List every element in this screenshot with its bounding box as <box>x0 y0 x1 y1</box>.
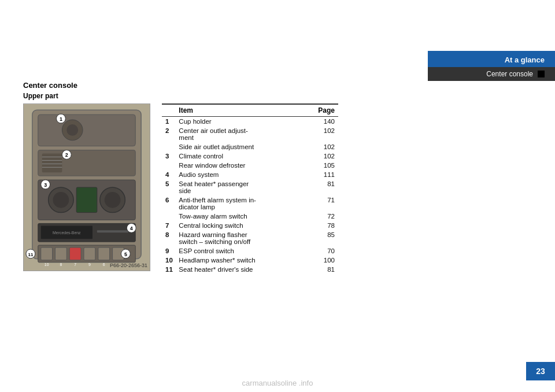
row-number: 2 <box>162 126 175 142</box>
svg-text:Mercedes-Benz: Mercedes-Benz <box>53 231 81 235</box>
svg-text:10: 10 <box>45 262 49 267</box>
row-number <box>162 142 175 151</box>
row-item: ESP control switch <box>175 246 312 256</box>
row-item: Seat heater* driver's side <box>175 265 312 274</box>
table-row: 5Seat heater* passengerside81 <box>162 179 338 195</box>
svg-text:3: 3 <box>44 182 47 188</box>
row-page: 102 <box>312 126 338 142</box>
row-number: 6 <box>162 195 175 212</box>
row-number: 8 <box>162 230 175 246</box>
row-page: 81 <box>312 179 338 195</box>
row-item: Cup holder <box>175 117 312 127</box>
console-image: 1 2 <box>23 103 150 271</box>
table-row: 3Climate control102 <box>162 151 338 161</box>
row-item: Seat heater* passengerside <box>175 179 312 195</box>
row-number: 4 <box>162 170 175 179</box>
row-number: 7 <box>162 221 175 230</box>
row-number: 3 <box>162 151 175 161</box>
row-page: 81 <box>312 265 338 274</box>
page-number: 23 <box>526 362 555 380</box>
svg-text:8: 8 <box>60 262 62 267</box>
table-row: 10Headlamp washer* switch100 <box>162 256 338 265</box>
row-item: Audio system <box>175 170 312 179</box>
at-a-glance-label: At a glance <box>505 56 545 64</box>
row-page: 72 <box>312 212 338 221</box>
col-header-page: Page <box>312 104 338 117</box>
svg-rect-8 <box>42 154 62 173</box>
row-page: 100 <box>312 256 338 265</box>
row-page: 111 <box>312 170 338 179</box>
row-number: 9 <box>162 246 175 256</box>
black-square-icon <box>538 71 545 77</box>
row-page: 78 <box>312 221 338 230</box>
col-header-item: Item <box>175 104 312 117</box>
svg-rect-26 <box>97 230 129 232</box>
table-row: 2Center air outlet adjust-ment102 <box>162 126 338 142</box>
svg-text:5: 5 <box>124 252 127 257</box>
svg-point-17 <box>53 192 69 208</box>
table-row: 8Hazard warning flasherswitch – switchin… <box>162 230 338 246</box>
table-row: 11Seat heater* driver's side81 <box>162 265 338 274</box>
svg-text:9: 9 <box>88 262 91 267</box>
col-header-num <box>162 104 175 117</box>
row-number: 10 <box>162 256 175 265</box>
table-row: 9ESP control switch70 <box>162 246 338 256</box>
svg-point-4 <box>66 124 78 136</box>
center-console-header: Center console <box>428 67 555 81</box>
table-row: 7Central locking switch78 <box>162 221 338 230</box>
row-number <box>162 212 175 221</box>
svg-rect-34 <box>98 247 110 260</box>
at-a-glance-tab: At a glance <box>428 51 555 69</box>
watermark: carmanualsoline .info <box>242 379 313 387</box>
image-caption: P66-20-2656-31 <box>110 262 147 268</box>
center-console-label: Center console <box>486 70 533 78</box>
section-title: Center console <box>23 81 358 90</box>
table-row: 6Anti-theft alarm system in-dicator lamp… <box>162 195 338 212</box>
table-row: Rear window defroster105 <box>162 161 338 170</box>
svg-text:6: 6 <box>103 262 105 267</box>
subsection-title: Upper part <box>23 92 358 100</box>
row-item: Rear window defroster <box>175 161 312 170</box>
svg-text:2: 2 <box>65 152 68 158</box>
svg-rect-33 <box>84 247 95 260</box>
row-item: Side air outlet adjustment <box>175 142 312 151</box>
row-page: 71 <box>312 195 338 212</box>
row-page: 70 <box>312 246 338 256</box>
main-content: Center console Upper part 1 <box>23 81 358 274</box>
row-page: 85 <box>312 230 338 246</box>
row-number: 5 <box>162 179 175 195</box>
svg-rect-31 <box>56 247 67 260</box>
svg-text:4: 4 <box>130 225 133 231</box>
row-item: Climate control <box>175 151 312 161</box>
row-item: Hazard warning flasherswitch – switching… <box>175 230 312 246</box>
table-row: Side air outlet adjustment102 <box>162 142 338 151</box>
svg-rect-32 <box>69 247 81 260</box>
row-item: Central locking switch <box>175 221 312 230</box>
row-item: Anti-theft alarm system in-dicator lamp <box>175 195 312 212</box>
table-row: Tow-away alarm switch72 <box>162 212 338 221</box>
row-page: 102 <box>312 142 338 151</box>
row-item: Headlamp washer* switch <box>175 256 312 265</box>
items-table: Item Page 1Cup holder1402Center air outl… <box>162 103 338 274</box>
table-row: 1Cup holder140 <box>162 117 338 127</box>
row-page: 140 <box>312 117 338 127</box>
row-number: 1 <box>162 117 175 127</box>
row-item: Tow-away alarm switch <box>175 212 312 221</box>
table-row: 4Audio system111 <box>162 170 338 179</box>
svg-text:7: 7 <box>74 262 76 267</box>
svg-text:11: 11 <box>28 252 33 257</box>
row-number <box>162 161 175 170</box>
svg-rect-30 <box>41 247 53 260</box>
row-page: 102 <box>312 151 338 161</box>
svg-point-20 <box>105 192 121 208</box>
svg-rect-2 <box>38 114 135 146</box>
row-page: 105 <box>312 161 338 170</box>
svg-rect-18 <box>76 187 97 213</box>
row-number: 11 <box>162 265 175 274</box>
row-item: Center air outlet adjust-ment <box>175 126 312 142</box>
svg-text:1: 1 <box>60 116 62 122</box>
